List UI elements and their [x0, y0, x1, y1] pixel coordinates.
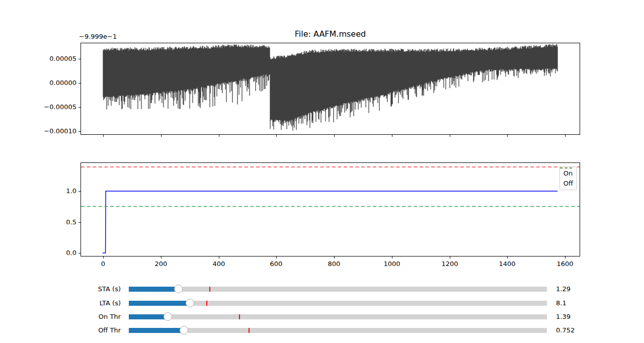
- on-thr-slider-handle[interactable]: [164, 312, 172, 321]
- off-thr-slider-label: Off Thr: [0, 326, 121, 334]
- waveform-svg: [81, 43, 580, 134]
- lta-s-slider-label: LTA (s): [0, 299, 121, 307]
- sta-s-slider-initial-value-mark: [209, 287, 210, 292]
- y-tick-mark: [78, 253, 80, 253]
- x-tick-mark: [161, 256, 162, 259]
- x-tick-mark: [392, 256, 392, 259]
- plot-title: File: AAFM.mseed: [80, 29, 580, 39]
- y-tick-mark: [78, 59, 80, 59]
- off-thr-slider-value: 0.752: [556, 326, 575, 334]
- sta-s-slider-track[interactable]: [129, 287, 547, 292]
- x-tick-mark: [565, 135, 566, 137]
- lta-s-slider-track[interactable]: [129, 301, 547, 306]
- x-tick-label: 0: [86, 260, 121, 268]
- sta-s-slider-label: STA (s): [0, 285, 121, 293]
- y-tick-mark: [78, 131, 80, 132]
- x-tick-mark: [161, 135, 162, 137]
- waveform-trace: [103, 44, 557, 131]
- trigger-svg: [81, 163, 580, 256]
- off-legend-line-sample: [560, 167, 574, 169]
- slider-row-off-thr: Off Thr0.752: [0, 326, 644, 335]
- x-tick-mark: [565, 256, 566, 259]
- off-thr-slider-fill: [129, 328, 184, 333]
- x-tick-mark: [103, 256, 104, 259]
- legend-label-on: On: [564, 169, 573, 177]
- waveform-axes: [80, 43, 580, 135]
- sta-s-slider-handle[interactable]: [174, 285, 183, 293]
- on-thr-slider-track[interactable]: [129, 314, 547, 319]
- legend-entry-off: Off: [564, 179, 573, 188]
- y-tick-mark: [78, 107, 80, 108]
- lta-s-slider-handle[interactable]: [186, 299, 194, 307]
- lta-s-slider-initial-value-mark: [206, 301, 207, 306]
- legend-box: OnOff: [559, 166, 577, 190]
- x-tick-mark: [507, 135, 508, 137]
- on-thr-slider-value: 1.39: [556, 313, 571, 321]
- lta-s-slider-fill: [129, 301, 190, 306]
- y-tick-mark: [78, 83, 80, 83]
- cft-line: [103, 191, 557, 253]
- off-thr-slider-initial-value-mark: [249, 328, 250, 333]
- x-tick-mark: [450, 135, 450, 137]
- x-tick-mark: [450, 256, 450, 259]
- x-tick-label: 1400: [490, 260, 525, 268]
- sta-s-slider-fill: [129, 287, 179, 292]
- y-tick-label: −0.00005: [0, 103, 76, 111]
- x-tick-label: 800: [316, 260, 352, 268]
- slider-row-sta-s: STA (s)1.29: [0, 285, 644, 294]
- sta-s-slider-value: 1.29: [556, 285, 571, 293]
- x-tick-mark: [392, 135, 392, 137]
- trigger-axes: OnOff: [80, 162, 580, 256]
- off-thr-slider-track[interactable]: [129, 328, 547, 333]
- y-tick-label: 0.5: [0, 218, 76, 226]
- x-tick-label: 400: [201, 260, 236, 268]
- figure-canvas: −9.999e−1 File: AAFM.mseed OnOff 0.00005…: [0, 0, 644, 343]
- on-thr-slider-label: On Thr: [0, 313, 121, 321]
- y-tick-mark: [78, 222, 80, 223]
- x-tick-label: 1000: [374, 260, 410, 268]
- y-tick-label: 0.00000: [0, 79, 76, 87]
- x-tick-mark: [334, 135, 335, 137]
- x-tick-label: 600: [259, 260, 294, 268]
- legend-label-off: Off: [564, 180, 573, 187]
- y-tick-label: 1.0: [0, 187, 76, 195]
- x-tick-mark: [219, 256, 219, 259]
- x-tick-mark: [334, 256, 335, 259]
- off-thr-slider-handle[interactable]: [180, 326, 188, 334]
- y-tick-label: −0.00010: [0, 127, 76, 135]
- slider-row-lta-s: LTA (s)8.1: [0, 299, 644, 308]
- x-tick-mark: [507, 256, 508, 259]
- y-tick-mark: [78, 191, 80, 192]
- x-tick-mark: [219, 135, 219, 137]
- x-tick-mark: [276, 135, 277, 137]
- x-tick-label: 1200: [432, 260, 467, 268]
- x-tick-mark: [276, 256, 277, 259]
- on-thr-slider-fill: [129, 314, 168, 319]
- x-tick-mark: [103, 135, 104, 137]
- x-tick-label: 200: [143, 260, 179, 268]
- y-tick-label: 0.00005: [0, 55, 76, 63]
- on-thr-slider-initial-value-mark: [239, 314, 240, 319]
- slider-row-on-thr: On Thr1.39: [0, 312, 644, 321]
- lta-s-slider-value: 8.1: [556, 299, 567, 307]
- x-tick-label: 1600: [547, 260, 583, 268]
- y-tick-label: 0.0: [0, 249, 76, 257]
- legend-entry-on: On: [564, 169, 573, 178]
